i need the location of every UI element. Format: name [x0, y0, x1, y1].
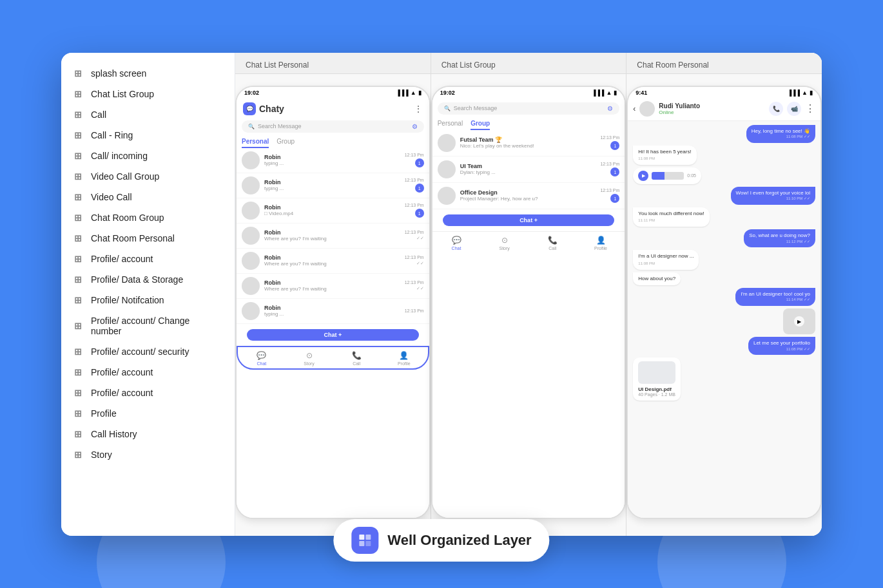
chat-item-6[interactable]: Robin Where are you? I'm waiting 12:13 P… — [237, 274, 429, 299]
sidebar-item-call-incoming[interactable]: ⊞ Call/ incoming — [61, 146, 235, 166]
unread-badge-g3: 1 — [610, 194, 619, 203]
nav-story-2[interactable]: ⊙ Story — [480, 236, 529, 251]
panel-chat-room-personal: Chat Room Personal 9:41 ▐▐▐ ▲ ▮ — [626, 53, 822, 536]
tabs-row-2: Personal Group — [432, 117, 625, 130]
menu-icon[interactable]: ⋮ — [414, 104, 423, 114]
panel-header-3: Chat Room Personal — [626, 53, 822, 74]
sidebar-item-profile-account-2[interactable]: ⊞ Profile/ account — [61, 362, 235, 383]
chat-plus-btn-1[interactable]: Chat + — [247, 329, 419, 341]
sidebar-item-profile-change-number[interactable]: ⊞ Profile/ account/ Change number — [61, 310, 235, 341]
sidebar-item-profile-account-3[interactable]: ⊞ Profile/ account — [61, 383, 235, 403]
audio-play-icon[interactable]: ▶ — [638, 171, 648, 181]
tab-group[interactable]: Group — [277, 138, 295, 148]
phone-frame-2: 19:02 ▐▐▐ ▲ ▮ 🔍 Search Messa — [431, 86, 626, 519]
chat-item-1[interactable]: Robin typing ... 12:13 Pm 1 — [237, 148, 429, 173]
phone-call-icon[interactable]: 📞 — [769, 102, 783, 116]
sidebar-item-profile-notification[interactable]: ⊞ Profile/ Notifcation — [61, 290, 235, 310]
user-status: Online — [659, 109, 765, 115]
chat-meta: 12:13 Pm 1 — [405, 178, 424, 193]
wifi-icon-2: ▲ — [606, 90, 612, 96]
msg-text: Let me see your portfolio — [753, 340, 810, 346]
hash-icon: ⊞ — [74, 68, 84, 79]
story-nav-icon: ⊙ — [306, 351, 313, 360]
avatar — [242, 202, 260, 220]
msg-text: Hey, long time no see! 👋 — [752, 128, 810, 134]
sidebar-item-profile[interactable]: ⊞ Profile — [61, 403, 235, 424]
chat-nav-icon: 💬 — [257, 351, 266, 360]
chat-plus-btn-2[interactable]: Chat + — [443, 214, 615, 226]
nav-profile-2[interactable]: 👤 Profile — [577, 236, 625, 251]
chat-time: 12:13 Pm — [405, 280, 424, 285]
profile-nav-icon-2: 👤 — [596, 236, 606, 245]
status-bar-3: 9:41 ▐▐▐ ▲ ▮ — [628, 87, 820, 97]
sidebar-item-story[interactable]: ⊞ Story — [61, 444, 235, 465]
video-thumb: ▶ — [783, 308, 815, 334]
chat-time: 12:13 Pm — [405, 255, 424, 260]
time-2: 19:02 — [440, 90, 455, 96]
hash-icon: ⊞ — [74, 388, 84, 398]
search-bar-2[interactable]: 🔍 Search Message ⚙ — [438, 102, 620, 115]
chat-item-4[interactable]: Robin Where are you? I'm waiting 12:13 P… — [237, 223, 429, 249]
sidebar-item-call[interactable]: ⊞ Call — [61, 104, 235, 125]
avatar — [242, 302, 260, 320]
sidebar-item-profile-data[interactable]: ⊞ Profile/ Data & Storage — [61, 269, 235, 290]
back-arrow-icon[interactable]: ‹ — [633, 104, 636, 113]
sidebar-item-call-ring[interactable]: ⊞ Call - Ring — [61, 125, 235, 146]
nav-story-label-2: Story — [500, 246, 510, 251]
panel-chat-list-personal: Chat List Personal 19:02 ▐▐▐ ▲ ▮ — [235, 53, 431, 536]
search-bar-1[interactable]: 🔍 Search Message ⚙ — [242, 120, 424, 133]
chat-name: Robin — [264, 229, 400, 236]
hash-icon: ⊞ — [74, 109, 84, 120]
more-icon[interactable]: ⋮ — [805, 102, 815, 115]
sidebar-item-label: Profile/ Notifcation — [91, 295, 164, 305]
sidebar-item-profile-security[interactable]: ⊞ Profile/ account/ security — [61, 341, 235, 362]
svg-rect-0 — [359, 535, 364, 540]
sidebar-item-chat-room-group[interactable]: ⊞ Chat Room Group — [61, 207, 235, 228]
sidebar-item-call-history[interactable]: ⊞ Call History — [61, 424, 235, 444]
nav-profile[interactable]: 👤 Profile — [380, 351, 428, 366]
sidebar-item-chat-list-group[interactable]: ⊞ Chat List Group — [61, 84, 235, 104]
chat-name: Robin — [264, 254, 400, 261]
group-chat-item-2[interactable]: UI Team Dylan: typing ... 12:13 Pm 1 — [432, 156, 625, 183]
group-chat-item-3[interactable]: Office Design Project Manager: Hey, how … — [432, 183, 625, 209]
search-placeholder-2: Search Message — [454, 105, 498, 111]
sidebar-item-label: Story — [91, 450, 112, 460]
nav-chat-2[interactable]: 💬 Chat — [432, 236, 481, 251]
sidebar-item-label: Call — [91, 109, 106, 120]
chat-item-3[interactable]: Robin □ Video.mp4 12:13 Pm 1 — [237, 198, 429, 223]
nav-call-2[interactable]: 📞 Call — [529, 236, 577, 251]
sidebar-item-label: Call - Ring — [91, 130, 133, 140]
chat-name: Robin — [264, 305, 400, 311]
messages-area[interactable]: Hey, long time no see! 👋 11:08 PM ✓✓ Hi!… — [628, 121, 820, 518]
tab-personal[interactable]: Personal — [242, 138, 269, 148]
chat-item-5[interactable]: Robin Where are you? I'm waiting 12:13 P… — [237, 249, 429, 274]
sidebar-item-video-call[interactable]: ⊞ Video Call — [61, 187, 235, 207]
group-chat-item-1[interactable]: Futsal Team 🏆 Nico: Let's play on the we… — [432, 130, 625, 156]
chat-info: Robin typing ... — [264, 154, 400, 166]
chat-item-7[interactable]: Robin typing ... 12:13 Pm — [237, 299, 429, 324]
tick-icon: ✓✓ — [416, 236, 424, 241]
avatar-group-3 — [438, 187, 456, 205]
video-call-icon[interactable]: 📹 — [787, 102, 801, 116]
nav-chat[interactable]: 💬 Chat — [238, 351, 286, 366]
sidebar-item-label: Chat Room Group — [91, 213, 164, 223]
play-btn[interactable]: ▶ — [794, 316, 804, 327]
sidebar-item-chat-room-personal[interactable]: ⊞ Chat Room Personal — [61, 228, 235, 249]
status-bar-2: 19:02 ▐▐▐ ▲ ▮ — [432, 87, 625, 97]
panel-chat-list-group: Chat List Group 19:02 ▐▐▐ ▲ ▮ — [431, 53, 627, 536]
sidebar-item-label: splash screen — [91, 68, 146, 79]
chat-preview: □ Video.mp4 — [264, 211, 400, 216]
hash-icon: ⊞ — [74, 274, 84, 285]
tab-group-2[interactable]: Group — [471, 120, 490, 130]
chat-preview: Where are you? I'm waiting — [264, 261, 400, 267]
group-preview-3: Project Manager: Hey, how are u? — [460, 196, 596, 202]
sidebar-item-splash[interactable]: ⊞ splash screen — [61, 63, 235, 84]
chat-item-2[interactable]: Robin typing ... 12:13 Pm 1 — [237, 173, 429, 198]
nav-call[interactable]: 📞 Call — [333, 351, 380, 366]
group-name-3: Office Design — [460, 189, 596, 196]
chat-info: Robin Where are you? I'm waiting — [264, 229, 400, 242]
tab-personal-2[interactable]: Personal — [438, 120, 463, 130]
sidebar-item-profile-account[interactable]: ⊞ Profile/ account — [61, 249, 235, 269]
sidebar-item-video-call-group[interactable]: ⊞ Video Call Group — [61, 166, 235, 187]
nav-story[interactable]: ⊙ Story — [286, 351, 333, 366]
